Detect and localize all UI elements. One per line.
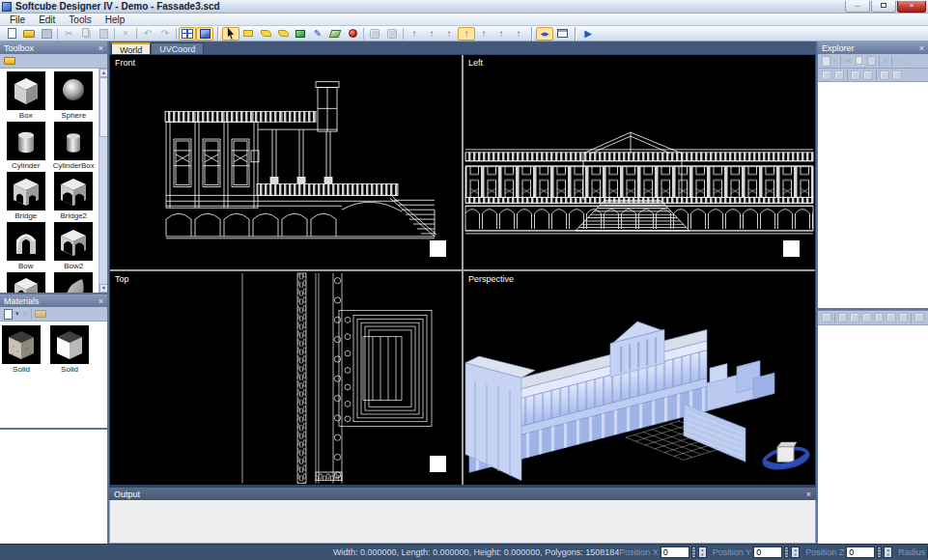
solid-tool-button[interactable]: [292, 27, 309, 41]
paint-tool-button[interactable]: [326, 27, 344, 41]
view-arrow-5-button[interactable]: ↑: [475, 27, 492, 41]
box-tool-button[interactable]: [239, 27, 257, 41]
menu-file[interactable]: File: [4, 14, 31, 25]
toolbox-open-library-button[interactable]: [4, 57, 15, 65]
position-z-spinner[interactable]: ▲▼: [884, 546, 892, 558]
group-button[interactable]: [366, 27, 383, 41]
menu-help[interactable]: Help: [99, 14, 131, 25]
explorer-move-down-button[interactable]: ↓: [904, 55, 910, 67]
solid-view-button[interactable]: [196, 27, 213, 41]
toolbox-item-cylinderbox[interactable]: CylinderBox: [50, 122, 98, 170]
toolbox-item-box[interactable]: Box: [2, 71, 50, 120]
properties-tool-button-8[interactable]: [914, 313, 924, 322]
delete-button[interactable]: ×: [117, 27, 134, 41]
properties-tool-button-4[interactable]: [862, 313, 872, 322]
properties-tool-button-3[interactable]: [850, 313, 859, 322]
toolbox-item-bow2[interactable]: Bow2: [50, 222, 98, 270]
properties-tool-button-5[interactable]: [875, 313, 885, 322]
restore-button[interactable]: [871, 1, 896, 13]
properties-tool-button-6[interactable]: [886, 313, 896, 322]
toolbox-item-sphere[interactable]: Sphere: [50, 71, 98, 120]
explorer-close-icon[interactable]: ×: [919, 43, 924, 53]
copy-button[interactable]: [77, 27, 95, 41]
explorer-extra-button-1[interactable]: [822, 70, 831, 80]
toolbox-item-bridge2[interactable]: Bridge2: [50, 172, 98, 220]
redo-button[interactable]: ↷: [156, 27, 174, 41]
toolbox-item-bow3[interactable]: Bow3: [2, 272, 50, 293]
new-material-button[interactable]: [4, 309, 13, 320]
material-item-solid-1[interactable]: Solid: [2, 325, 41, 424]
paste-button[interactable]: [95, 27, 112, 41]
view-arrow-3-button[interactable]: ↑: [440, 27, 458, 41]
top-viewport[interactable]: Top: [110, 271, 462, 486]
scrollbar-thumb[interactable]: [99, 77, 107, 137]
position-y-slider[interactable]: [784, 546, 789, 558]
explorer-paste-button[interactable]: [867, 56, 876, 66]
menu-edit[interactable]: Edit: [33, 14, 61, 25]
explorer-extra-button-5[interactable]: [880, 70, 889, 80]
toolbox-item-bender[interactable]: Bender: [50, 272, 98, 293]
open-button[interactable]: [20, 27, 38, 41]
position-y-input[interactable]: [753, 546, 782, 558]
view-arrow-7-button[interactable]: ↑: [510, 27, 527, 41]
ungroup-button[interactable]: [383, 27, 401, 41]
tab-uvcoord[interactable]: UVCoord: [151, 42, 204, 54]
properties-tool-button-7[interactable]: [899, 313, 909, 322]
window-button[interactable]: [553, 27, 571, 41]
undo-button[interactable]: ↶: [139, 27, 156, 41]
position-y-spinner[interactable]: ▲▼: [791, 546, 800, 558]
quad-view-button[interactable]: [179, 27, 196, 41]
save-button[interactable]: [38, 27, 55, 41]
properties-tool-button-1[interactable]: [822, 313, 831, 322]
view-arrow-4-button[interactable]: ↑: [458, 27, 475, 41]
material-library-button[interactable]: [35, 310, 46, 318]
pencil-tool-button[interactable]: ✎: [309, 27, 326, 41]
position-x-spinner[interactable]: ▲▼: [698, 546, 707, 558]
run-button[interactable]: ▶: [579, 27, 597, 41]
perspective-viewport[interactable]: Perspective: [464, 271, 815, 486]
toolbox-item-bow[interactable]: Bow: [2, 222, 50, 270]
close-button[interactable]: ×: [897, 1, 926, 13]
explorer-move-up-button[interactable]: ↑: [895, 55, 901, 67]
cut-button[interactable]: ✂: [60, 27, 77, 41]
output-log-area[interactable]: [109, 500, 816, 544]
sphere-tool-button[interactable]: [344, 27, 361, 41]
new-material-dropdown-icon[interactable]: ▾: [15, 310, 19, 318]
curve-tool-button[interactable]: [257, 27, 274, 41]
explorer-cut-button[interactable]: ✂: [844, 55, 853, 68]
toolbox-item-bridge[interactable]: Bridge: [2, 172, 50, 220]
properties-tool-button-2[interactable]: [838, 313, 848, 322]
mirror-button[interactable]: ◀▶: [536, 27, 553, 41]
explorer-delete-button[interactable]: ×: [883, 55, 888, 67]
explorer-extra-button-3[interactable]: [851, 70, 860, 80]
toolbox-item-cylinder[interactable]: Cylinder: [2, 122, 50, 170]
minimize-button[interactable]: –: [845, 1, 870, 13]
left-viewport[interactable]: Left: [464, 55, 815, 269]
materials-close-icon[interactable]: ×: [98, 296, 103, 306]
delete-material-button[interactable]: ×: [22, 308, 28, 320]
material-item-solid-2[interactable]: Solid: [50, 325, 89, 424]
menu-tools[interactable]: Tools: [63, 14, 97, 25]
tab-world[interactable]: World: [111, 42, 151, 54]
position-x-input[interactable]: [661, 546, 689, 558]
position-z-input[interactable]: [846, 546, 875, 558]
scroll-down-icon[interactable]: ▼: [99, 284, 107, 293]
curve2-tool-button[interactable]: [274, 27, 292, 41]
explorer-tree-area[interactable]: [818, 82, 928, 308]
explorer-extra-button-2[interactable]: [834, 70, 844, 80]
properties-area[interactable]: [818, 325, 928, 544]
explorer-extra-button-6[interactable]: [892, 70, 902, 80]
view-arrow-6-button[interactable]: ↑: [492, 27, 510, 41]
scroll-up-icon[interactable]: ▲: [99, 69, 107, 77]
explorer-extra-button-4[interactable]: [863, 70, 873, 80]
explorer-copy-button[interactable]: [856, 56, 862, 65]
position-z-slider[interactable]: [877, 546, 882, 558]
toolbox-scrollbar[interactable]: ▲ ▼: [98, 69, 107, 293]
select-tool-button[interactable]: [222, 27, 239, 41]
explorer-new-dropdown-icon[interactable]: ▾: [833, 57, 837, 65]
view-arrow-2-button[interactable]: ↑: [423, 27, 440, 41]
toolbox-close-icon[interactable]: ×: [98, 43, 103, 53]
view-arrow-1-button[interactable]: ↑: [406, 27, 423, 41]
position-x-slider[interactable]: [691, 546, 696, 558]
new-button[interactable]: [3, 27, 20, 41]
